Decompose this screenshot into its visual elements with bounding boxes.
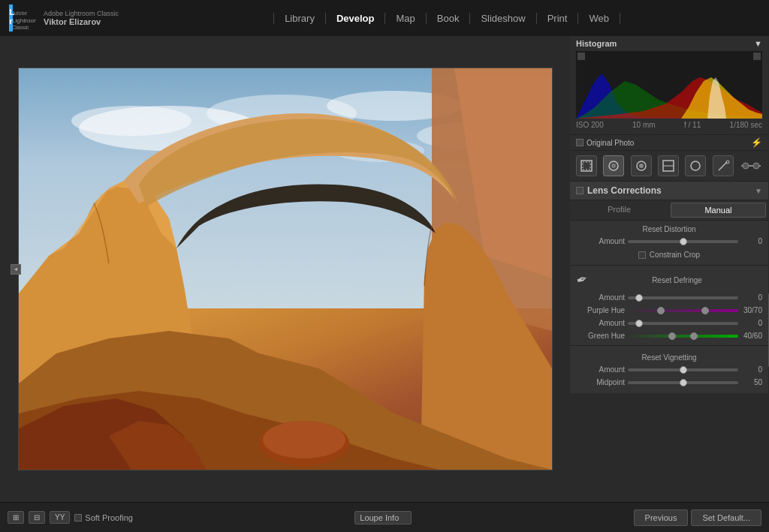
distortion-section: Reset Distortion Amount 0 Constrain Crop bbox=[570, 221, 768, 262]
reset-distortion-header[interactable]: Reset Distortion bbox=[570, 221, 768, 235]
tone-curve-slider[interactable] bbox=[740, 159, 762, 173]
flash-icon[interactable]: ⚡ bbox=[751, 137, 762, 148]
defringe-amount2-slider[interactable] bbox=[628, 322, 738, 325]
view-compare-btn[interactable]: ⊟ bbox=[29, 511, 45, 524]
profile-manual-tabs: Profile Manual bbox=[570, 200, 768, 221]
adjustment-brush-tool[interactable] bbox=[713, 155, 734, 176]
bottom-dropdown[interactable]: Loupe Info bbox=[354, 511, 412, 524]
lens-title: Lens Corrections bbox=[587, 185, 662, 196]
constrain-crop-checkbox[interactable] bbox=[638, 251, 646, 259]
histogram-chart bbox=[576, 51, 762, 119]
nav-map[interactable]: Map bbox=[385, 13, 426, 24]
previous-button[interactable]: Previous bbox=[634, 509, 689, 526]
nav-web[interactable]: Web bbox=[578, 13, 620, 24]
defringe-amount-handle[interactable] bbox=[635, 294, 643, 302]
eyedropper-icon[interactable]: ✒ bbox=[574, 270, 590, 290]
vignetting-midpoint-label: Midpoint bbox=[576, 378, 625, 386]
nav-develop[interactable]: Develop bbox=[326, 13, 386, 24]
hist-iso: ISO 200 bbox=[576, 121, 604, 129]
tab-manual[interactable]: Manual bbox=[671, 203, 766, 218]
vignetting-amount-label: Amount bbox=[576, 365, 625, 374]
svg-point-15 bbox=[263, 421, 345, 458]
distortion-amount-slider[interactable] bbox=[628, 240, 738, 243]
reset-vignetting-header[interactable]: Reset Vignetting bbox=[570, 349, 768, 363]
vignetting-midpoint-handle[interactable] bbox=[680, 379, 687, 386]
crop-tool[interactable] bbox=[576, 155, 597, 176]
green-hue-row: Green Hue 40/60 bbox=[570, 329, 768, 342]
hist-corner-tl bbox=[578, 53, 585, 60]
right-panel-content: Histogram ▼ bbox=[570, 36, 768, 502]
tone-curve-slider-icon bbox=[740, 159, 762, 173]
green-hue-value: 40/60 bbox=[741, 332, 762, 340]
distortion-amount-label: Amount bbox=[576, 237, 625, 245]
adjustment-brush-icon bbox=[716, 159, 730, 173]
red-eye-tool[interactable] bbox=[631, 155, 652, 176]
view-survey-btn[interactable]: YY bbox=[50, 511, 70, 524]
lens-toggle[interactable] bbox=[576, 187, 584, 194]
photo-svg bbox=[19, 68, 552, 470]
defringe-amount-slider[interactable] bbox=[628, 296, 738, 299]
top-nav: Adobe Lightroom Classic L r Adobe Lightr… bbox=[0, 0, 769, 36]
main-area: ◂ Histogram ▼ bbox=[0, 36, 769, 502]
constrain-crop-label: Constrain Crop bbox=[650, 251, 700, 259]
nav-links: Library Develop Map Book Slideshow Print… bbox=[134, 13, 760, 24]
purple-hue-handle-right[interactable] bbox=[701, 307, 709, 314]
svg-rect-17 bbox=[583, 162, 590, 170]
green-hue-label: Green Hue bbox=[576, 332, 625, 340]
spot-removal-icon bbox=[607, 159, 620, 173]
crop-icon bbox=[580, 159, 593, 173]
bottom-right-buttons: Previous Set Default... bbox=[634, 509, 761, 526]
nav-book[interactable]: Book bbox=[427, 13, 471, 24]
set-default-button[interactable]: Set Default... bbox=[691, 509, 761, 526]
scroll-area[interactable]: Lens Corrections ▼ Profile Manual Reset … bbox=[570, 182, 768, 502]
defringe-amount2-label: Amount bbox=[576, 319, 625, 327]
nav-slideshow[interactable]: Slideshow bbox=[470, 13, 536, 24]
divider-1 bbox=[570, 265, 768, 266]
distortion-amount-handle[interactable] bbox=[680, 238, 687, 245]
vignetting-midpoint-slider[interactable] bbox=[628, 381, 738, 384]
tab-profile[interactable]: Profile bbox=[570, 200, 668, 220]
svg-point-28 bbox=[743, 163, 749, 169]
user-name: Viktor Elizarov bbox=[44, 17, 119, 26]
spot-removal-tool[interactable] bbox=[603, 155, 624, 176]
lens-menu-icon[interactable]: ▼ bbox=[755, 187, 762, 195]
defringe-amount2-row: Amount 0 bbox=[570, 317, 768, 329]
radial-filter-tool[interactable] bbox=[685, 155, 706, 176]
right-panel-wrapper: Histogram ▼ bbox=[570, 36, 769, 502]
purple-hue-handle-left[interactable] bbox=[657, 307, 665, 314]
green-hue-handle-right[interactable] bbox=[690, 332, 698, 340]
nav-print[interactable]: Print bbox=[537, 13, 579, 24]
graduated-filter-tool[interactable] bbox=[658, 155, 679, 176]
app-info: Adobe Lightroom Classic Viktor Elizarov bbox=[44, 10, 119, 26]
defringe-amount2-handle[interactable] bbox=[635, 320, 643, 327]
view-single-btn[interactable]: ⊞ bbox=[8, 511, 24, 524]
original-photo-checkbox[interactable] bbox=[576, 139, 584, 146]
vignetting-section: Reset Vignetting Amount 0 Midpoint bbox=[570, 349, 768, 393]
distortion-amount-value: 0 bbox=[741, 237, 762, 245]
green-hue-handle-left[interactable] bbox=[668, 332, 676, 340]
left-tools: ◂ bbox=[11, 264, 21, 275]
reset-defringe-header[interactable]: Reset Defringe bbox=[592, 276, 762, 284]
histogram-header: Histogram ▼ bbox=[576, 39, 762, 48]
hist-aperture: f / 11 bbox=[684, 121, 701, 129]
lr-logo: Adobe Lightroom Classic L r bbox=[9, 5, 36, 32]
histogram-title: Histogram bbox=[576, 39, 617, 48]
vignetting-amount-handle[interactable] bbox=[680, 366, 687, 374]
green-hue-slider[interactable] bbox=[628, 335, 738, 338]
histogram-section: Histogram ▼ bbox=[570, 36, 768, 134]
vignetting-amount-slider[interactable] bbox=[628, 368, 738, 371]
nav-library[interactable]: Library bbox=[273, 13, 326, 24]
left-tool-1[interactable]: ◂ bbox=[11, 264, 21, 275]
original-photo-bar: Original Photo ⚡ bbox=[570, 134, 768, 150]
soft-proof-checkbox[interactable] bbox=[74, 514, 82, 521]
svg-line-25 bbox=[719, 162, 727, 170]
svg-point-21 bbox=[639, 164, 644, 168]
soft-proofing-toggle[interactable]: Soft Proofing bbox=[74, 513, 133, 522]
purple-hue-value: 30/70 bbox=[741, 306, 762, 314]
histogram-menu-icon[interactable]: ▼ bbox=[754, 39, 762, 48]
app-name: Adobe Lightroom Classic bbox=[44, 10, 119, 17]
svg-point-24 bbox=[691, 161, 700, 170]
photo-container bbox=[18, 68, 553, 470]
purple-hue-slider[interactable] bbox=[628, 309, 738, 312]
graduated-filter-icon bbox=[662, 159, 675, 173]
